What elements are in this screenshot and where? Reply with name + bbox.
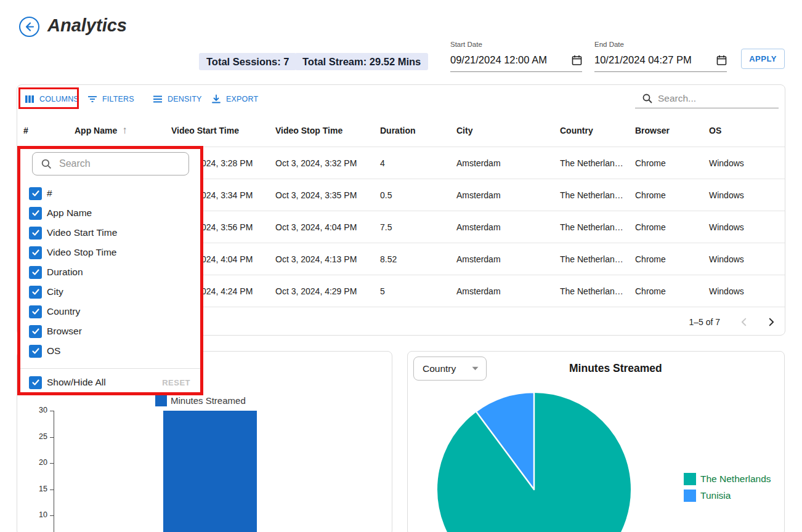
column-toggle-country[interactable]: Country [29, 305, 80, 318]
checkbox-checked[interactable] [29, 266, 42, 279]
export-button[interactable]: EXPORT [207, 91, 262, 107]
calendar-icon[interactable] [572, 55, 582, 66]
checkbox-checked[interactable] [29, 187, 42, 200]
column-header-duration[interactable]: Duration [380, 126, 416, 135]
y-axis-tick-label: 20 [28, 458, 47, 467]
calendar-icon[interactable] [716, 55, 727, 66]
previous-page-button[interactable] [739, 316, 750, 328]
bar-chart-legend: Minutes Streamed [155, 395, 246, 406]
back-button[interactable] [19, 17, 39, 37]
pie-chart [435, 391, 633, 532]
end-date-field: End Date 10/21/2024 04:27 PM [594, 41, 727, 72]
end-date-label: End Date [594, 41, 727, 48]
table-header-row: # App Name↑ Video Start Time Video Stop … [17, 115, 785, 147]
next-page-button[interactable] [766, 316, 777, 328]
columns-search-input[interactable]: Search [32, 152, 189, 175]
chevron-down-icon [472, 366, 479, 371]
start-date-input[interactable]: 09/21/2024 12:00 AM [450, 53, 582, 72]
pie-chart-title: Minutes Streamed [569, 362, 662, 375]
column-toggle-browser[interactable]: Browser [29, 324, 82, 338]
legend-swatch-netherlands [684, 473, 696, 485]
table-search-input[interactable]: Search... [635, 89, 779, 108]
checkbox-checked[interactable] [29, 227, 42, 240]
bar-minutes-streamed [163, 411, 257, 532]
chevron-left-icon [739, 316, 750, 328]
reset-button[interactable]: RESET [162, 378, 190, 387]
y-axis-tick-label: 15 [28, 485, 47, 493]
end-date-input[interactable]: 10/21/2024 04:27 PM [594, 53, 727, 72]
legend-swatch-minutes-streamed [155, 395, 167, 406]
y-axis-tick-label: 25 [28, 432, 47, 441]
pie-legend-item: The Netherlands [684, 473, 771, 485]
legend-label: Tunisia [700, 490, 731, 501]
column-toggle-video-start[interactable]: Video Start Time [29, 226, 117, 240]
column-header-index[interactable]: # [23, 126, 28, 135]
column-header-app-name[interactable]: App Name↑ [75, 124, 128, 137]
column-toggle-app-name[interactable]: App Name [29, 206, 92, 220]
apply-button[interactable]: APPLY [741, 49, 785, 69]
pagination-range-label: 1–5 of 7 [689, 317, 720, 327]
legend-swatch-tunisia [684, 490, 696, 502]
sort-asc-icon: ↑ [122, 124, 128, 137]
column-header-os[interactable]: OS [709, 126, 721, 135]
checkbox-checked[interactable] [29, 345, 42, 358]
density-button[interactable]: DENSITY [148, 91, 206, 107]
checkbox-checked[interactable] [29, 305, 42, 318]
checkbox-checked[interactable] [29, 207, 42, 220]
filters-button[interactable]: FILTERS [83, 91, 138, 107]
annotation-highlight-columns [18, 87, 79, 109]
bar-chart-y-axis [54, 411, 54, 532]
page-title: Analytics [47, 15, 127, 36]
column-toggle-video-stop[interactable]: Video Stop Time [29, 246, 116, 259]
group-by-select[interactable]: Country [413, 357, 487, 381]
density-icon [152, 94, 163, 105]
column-toggle-index[interactable]: # [29, 187, 52, 200]
checkbox-checked[interactable] [29, 376, 42, 389]
columns-panel: Search # App Name Video Start Time Video… [17, 146, 203, 395]
legend-label: Minutes Streamed [171, 395, 246, 406]
checkbox-checked[interactable] [29, 246, 42, 259]
pie-legend-item: Tunisia [684, 490, 731, 502]
column-toggle-city[interactable]: City [29, 285, 63, 299]
search-icon [642, 93, 653, 104]
arrow-left-icon [23, 21, 35, 33]
pie-chart-card: Country Minutes Streamed The Netherlands… [407, 351, 785, 532]
chevron-right-icon [766, 316, 777, 328]
column-header-country[interactable]: Country [560, 126, 593, 135]
filter-icon [87, 94, 98, 105]
column-header-video-start[interactable]: Video Start Time [171, 126, 239, 135]
checkbox-checked[interactable] [29, 286, 42, 299]
column-header-city[interactable]: City [456, 126, 472, 135]
legend-label: The Netherlands [700, 474, 771, 485]
show-hide-all-toggle[interactable]: Show/Hide All [29, 376, 106, 389]
column-toggle-os[interactable]: OS [29, 344, 60, 358]
total-stream-badge: Total Stream: 29.52 Mins [295, 53, 428, 70]
total-sessions-badge: Total Sessions: 7 [199, 53, 296, 70]
column-header-video-stop[interactable]: Video Stop Time [275, 126, 342, 135]
start-date-label: Start Date [450, 41, 582, 48]
y-axis-tick-label: 30 [28, 406, 47, 414]
column-toggle-duration[interactable]: Duration [29, 265, 83, 279]
column-header-browser[interactable]: Browser [635, 126, 670, 135]
checkbox-checked[interactable] [29, 325, 42, 338]
start-date-field: Start Date 09/21/2024 12:00 AM [450, 41, 582, 72]
search-icon [41, 158, 52, 170]
y-axis-tick-label: 10 [28, 510, 47, 519]
show-hide-all-row: Show/Hide All RESET [29, 376, 190, 389]
download-icon [211, 94, 222, 105]
divider [20, 368, 200, 369]
